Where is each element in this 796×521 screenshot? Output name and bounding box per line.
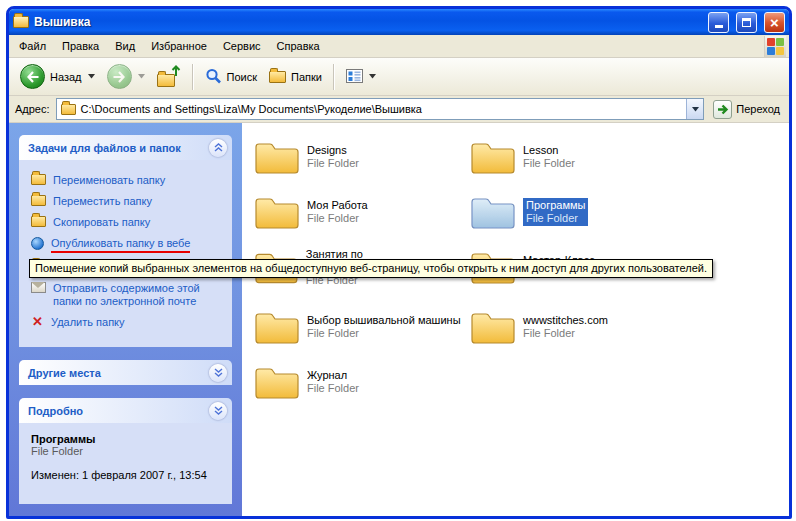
other-places-title: Другие места bbox=[28, 367, 101, 379]
go-arrow-icon bbox=[713, 100, 732, 119]
go-label: Переход bbox=[736, 103, 780, 115]
views-icon bbox=[346, 69, 363, 85]
maximize-button[interactable] bbox=[736, 12, 757, 33]
folders-icon bbox=[269, 71, 286, 83]
title-bar: Вышивка × bbox=[9, 9, 789, 35]
views-dropdown-icon[interactable] bbox=[369, 74, 376, 79]
minimize-button[interactable] bbox=[708, 12, 729, 33]
go-button[interactable]: Переход bbox=[710, 100, 783, 119]
task-move-folder[interactable]: Переместить папку bbox=[31, 195, 226, 208]
address-dropdown-button[interactable] bbox=[686, 99, 703, 119]
menu-tools[interactable]: Сервис bbox=[215, 36, 269, 56]
task-pane: Задачи для файлов и папок Переименовать … bbox=[9, 123, 242, 516]
back-button[interactable]: Назад bbox=[15, 61, 100, 92]
back-dropdown-icon[interactable] bbox=[88, 74, 95, 79]
toolbar: Назад Поиск Папки bbox=[9, 58, 789, 96]
address-bar: Адрес: C:\Documents and Settings\Liza\My… bbox=[9, 96, 789, 123]
task-publish-folder-web[interactable]: Опубликовать папку в вебе bbox=[31, 237, 226, 253]
folder-item-moya-rabota[interactable]: Моя РаботаFile Folder bbox=[254, 190, 462, 234]
explorer-window: Вышивка × Файл Правка Вид Избранное Серв… bbox=[6, 6, 792, 519]
search-button[interactable]: Поиск bbox=[200, 65, 262, 89]
tooltip: Помещение копий выбранных элементов на о… bbox=[29, 259, 713, 278]
task-rename-folder[interactable]: Переименовать папку bbox=[31, 174, 226, 187]
publish-web-icon bbox=[31, 237, 44, 250]
tasks-section-title: Задачи для файлов и папок bbox=[28, 142, 181, 154]
folder-item-lesson[interactable]: LessonFile Folder bbox=[470, 135, 678, 179]
views-button[interactable] bbox=[341, 66, 381, 88]
details-header[interactable]: Подробно bbox=[19, 398, 232, 423]
forward-icon bbox=[107, 64, 132, 89]
tasks-section: Задачи для файлов и папок Переименовать … bbox=[19, 135, 232, 347]
details-title: Подробно bbox=[28, 405, 83, 417]
minimize-icon bbox=[715, 25, 723, 28]
address-input[interactable]: C:\Documents and Settings\Liza\My Docume… bbox=[56, 98, 705, 120]
delete-icon: ✕ bbox=[31, 316, 44, 328]
forward-button[interactable] bbox=[102, 61, 150, 92]
folder-item-wwwstitches[interactable]: wwwstitches.comFile Folder bbox=[470, 305, 678, 349]
menu-favorites[interactable]: Избранное bbox=[143, 36, 215, 56]
toolbar-separator bbox=[192, 64, 194, 90]
chevron-down-icon[interactable] bbox=[209, 364, 227, 382]
details-body: Программы File Folder Изменен: 1 февраля… bbox=[19, 423, 232, 504]
menu-edit[interactable]: Правка bbox=[54, 36, 107, 56]
maximize-icon bbox=[742, 18, 751, 27]
email-icon bbox=[31, 282, 46, 293]
details-item-modified: Изменен: 1 февраля 2007 г., 13:54 bbox=[31, 469, 226, 481]
folder-icon bbox=[470, 139, 516, 175]
folder-content-area[interactable]: DesignsFile Folder LessonFile Folder Моя… bbox=[242, 123, 789, 516]
window-title: Вышивка bbox=[34, 15, 701, 29]
folder-icon bbox=[470, 309, 516, 345]
other-places-section: Другие места bbox=[19, 360, 232, 385]
folder-item-vybor-mashiny[interactable]: Выбор вышивальной машиныFile Folder bbox=[254, 305, 462, 349]
menu-file[interactable]: Файл bbox=[11, 36, 54, 56]
toolbar-separator bbox=[333, 64, 335, 90]
folder-icon bbox=[254, 194, 300, 230]
menu-view[interactable]: Вид bbox=[107, 36, 143, 56]
folder-item-zhurnal[interactable]: ЖурналFile Folder bbox=[254, 360, 462, 404]
move-folder-icon bbox=[31, 195, 46, 206]
task-copy-folder[interactable]: Скопировать папку bbox=[31, 216, 226, 229]
folders-label: Папки bbox=[291, 71, 322, 83]
folders-button[interactable]: Папки bbox=[264, 68, 327, 86]
address-folder-icon bbox=[61, 104, 76, 115]
task-email-folder[interactable]: Отправить содержимое этой папки по элект… bbox=[31, 282, 226, 308]
folder-icon bbox=[254, 309, 300, 345]
up-button[interactable] bbox=[152, 64, 186, 90]
tasks-section-body: Переименовать папку Переместить папку Ск… bbox=[19, 160, 232, 347]
menu-bar: Файл Правка Вид Избранное Сервис Справка bbox=[9, 35, 789, 58]
folder-icon bbox=[254, 139, 300, 175]
back-icon bbox=[20, 64, 45, 89]
details-item-type: File Folder bbox=[31, 445, 226, 457]
copy-folder-icon bbox=[31, 216, 46, 227]
search-label: Поиск bbox=[227, 71, 257, 83]
window-folder-icon bbox=[13, 16, 29, 28]
windows-logo-icon bbox=[764, 36, 786, 57]
menu-help[interactable]: Справка bbox=[269, 36, 328, 56]
tasks-section-header[interactable]: Задачи для файлов и папок bbox=[19, 135, 232, 160]
rename-folder-icon bbox=[31, 174, 46, 185]
main-area: Задачи для файлов и папок Переименовать … bbox=[9, 123, 789, 516]
chevron-up-icon[interactable] bbox=[209, 139, 227, 157]
folder-icon bbox=[470, 194, 516, 230]
task-delete-folder[interactable]: ✕ Удалить папку bbox=[31, 316, 226, 329]
close-button[interactable]: × bbox=[764, 12, 785, 33]
back-label: Назад bbox=[50, 71, 82, 83]
up-icon bbox=[157, 67, 181, 87]
search-icon bbox=[205, 68, 222, 86]
details-section: Подробно Программы File Folder Изменен: … bbox=[19, 398, 232, 504]
folder-item-programmy[interactable]: ПрограммыFile Folder bbox=[470, 190, 678, 234]
other-places-header[interactable]: Другие места bbox=[19, 360, 232, 385]
address-path: C:\Documents and Settings\Liza\My Docume… bbox=[81, 103, 682, 115]
address-label: Адрес: bbox=[15, 103, 50, 115]
chevron-down-icon[interactable] bbox=[209, 402, 227, 420]
folder-icon bbox=[254, 364, 300, 400]
folder-item-designs[interactable]: DesignsFile Folder bbox=[254, 135, 462, 179]
forward-dropdown-icon bbox=[138, 74, 145, 79]
details-item-name: Программы bbox=[31, 433, 226, 445]
